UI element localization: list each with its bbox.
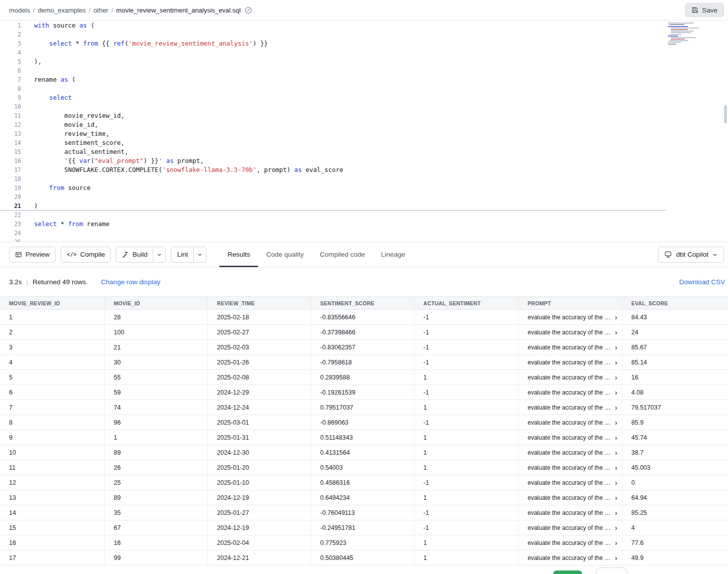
expand-row-icon[interactable]: › — [615, 554, 617, 562]
code-line[interactable]: 16 '{{ var("eval_prompt") }}' as prompt, — [0, 156, 728, 165]
breadcrumb-demo-examples[interactable]: demo_examples — [38, 7, 86, 14]
column-header-actual-sentiment[interactable]: ACTUAL_SENTIMENT — [414, 297, 519, 309]
expand-row-icon[interactable]: › — [615, 358, 617, 366]
code-line[interactable]: 1with source as ( — [0, 21, 728, 30]
line-number: 3 — [0, 39, 21, 48]
cell-review_time: 2025-03-01 — [208, 415, 311, 430]
expand-row-icon[interactable]: › — [615, 328, 617, 336]
expand-row-icon[interactable]: › — [615, 313, 617, 321]
cell-actual_sentiment: -1 — [414, 520, 519, 535]
expand-row-icon[interactable]: › — [615, 404, 617, 412]
tab-code-quality[interactable]: Code quality — [258, 242, 312, 267]
table-row[interactable]: 4302025-01-26-0.7958618-1evaluate the ac… — [0, 355, 728, 370]
expand-row-icon[interactable]: › — [615, 479, 617, 487]
line-number: 8 — [0, 84, 21, 93]
compile-button[interactable]: </> Compile — [61, 247, 111, 263]
expand-row-icon[interactable]: › — [615, 494, 617, 502]
code-line[interactable]: 10 — [0, 102, 728, 111]
table-row[interactable]: 6592024-12-29-0.19261539-1evaluate the a… — [0, 385, 728, 400]
file-edit-icon[interactable] — [245, 7, 252, 14]
code-line[interactable]: 12 movie_id, — [0, 120, 728, 129]
code-line[interactable]: 7rename as ( — [0, 75, 728, 84]
breadcrumb-models[interactable]: models — [9, 7, 30, 14]
change-row-display-link[interactable]: Change row display — [101, 278, 160, 286]
table-row[interactable]: 16162025-02-040.7759231evaluate the accu… — [0, 535, 728, 550]
code-line[interactable]: 21) — [0, 202, 728, 211]
expand-row-icon[interactable]: › — [615, 449, 617, 457]
table-row[interactable]: 13892024-12-190.64942341evaluate the acc… — [0, 490, 728, 505]
cell-prompt: evaluate the accuracy of the res...› — [519, 535, 622, 550]
expand-row-icon[interactable]: › — [615, 434, 617, 442]
table-row[interactable]: 10892024-12-300.41315641evaluate the acc… — [0, 445, 728, 460]
save-button[interactable]: Save — [685, 3, 724, 17]
column-header-sentiment-score[interactable]: SENTIMENT_SCORE — [311, 297, 414, 309]
table-row[interactable]: 21002025-02-27-0.37398466-1evaluate the … — [0, 325, 728, 340]
column-header-movie-id[interactable]: MOVIE_ID — [105, 297, 208, 309]
tab-results[interactable]: Results — [219, 242, 258, 267]
code-line[interactable]: 3 select * from {{ ref('movie_review_sen… — [0, 39, 728, 48]
expand-row-icon[interactable]: › — [615, 389, 617, 397]
tab-compiled-code[interactable]: Compiled code — [312, 242, 373, 267]
code-line[interactable]: 14 sentiment_score, — [0, 138, 728, 147]
table-row[interactable]: 12252025-01-100.4586316-1evaluate the ac… — [0, 475, 728, 490]
code-line[interactable]: 15 actual_sentiment, — [0, 147, 728, 156]
code-line[interactable]: 23select * from rename — [0, 220, 728, 229]
code-line[interactable]: 8 — [0, 84, 728, 93]
editor-scrollbar-thumb[interactable] — [724, 105, 727, 123]
minimap[interactable] — [668, 22, 718, 45]
column-header-review-time[interactable]: REVIEW_TIME — [208, 297, 311, 309]
expand-row-icon[interactable]: › — [615, 509, 617, 517]
expand-row-icon[interactable]: › — [615, 464, 617, 472]
build-dropdown-button[interactable] — [153, 247, 166, 263]
cell-actual_sentiment: -1 — [414, 385, 519, 400]
code-line[interactable]: 18 — [0, 174, 728, 183]
code-line[interactable]: 13 review_time, — [0, 129, 728, 138]
expand-row-icon[interactable]: › — [615, 419, 617, 427]
code-line[interactable]: 11 movie_review_id, — [0, 111, 728, 120]
expand-row-icon[interactable]: › — [615, 373, 617, 381]
hammer-icon — [122, 251, 129, 258]
table-row[interactable]: 11262025-01-200.540031evaluate the accur… — [0, 460, 728, 475]
code-line[interactable]: 2 — [0, 30, 728, 39]
code-line[interactable]: 25 — [0, 238, 728, 242]
table-row[interactable]: 14352025-01-27-0.76049113-1evaluate the … — [0, 505, 728, 520]
tab-lineage[interactable]: Lineage — [373, 242, 413, 267]
table-row[interactable]: 17992024-12-210.503804451evaluate the ac… — [0, 550, 728, 565]
table-row[interactable]: 3212025-02-03-0.83062357-1evaluate the a… — [0, 340, 728, 355]
expand-row-icon[interactable]: › — [615, 524, 617, 532]
expand-row-icon[interactable]: › — [615, 343, 617, 351]
code-line[interactable]: 22 — [0, 211, 728, 220]
bottom-partial-green-badge[interactable] — [553, 570, 582, 574]
table-row[interactable]: 15672024-12-19-0.24951781-1evaluate the … — [0, 520, 728, 535]
table-row[interactable]: 1282025-02-18-0.83556646-1evaluate the a… — [0, 310, 728, 325]
table-row[interactable]: 7742024-12-240.795170371evaluate the acc… — [0, 400, 728, 415]
code-line[interactable]: 19 from source — [0, 183, 728, 193]
code-line[interactable]: 6 — [0, 66, 728, 75]
table-row[interactable]: 8962025-03-01-0.869063-1evaluate the acc… — [0, 415, 728, 430]
lint-button[interactable]: Lint — [171, 247, 193, 263]
breadcrumb-current-file[interactable]: movie_review_sentiment_analysis_eval.sql — [116, 7, 241, 14]
table-row[interactable]: 912025-01-310.511483431evaluate the accu… — [0, 430, 728, 445]
code-line[interactable]: 9 select — [0, 93, 728, 102]
cell-sentiment_score: -0.37398466 — [311, 325, 414, 339]
column-header-movie-review-id[interactable]: MOVIE_REVIEW_ID — [0, 297, 105, 309]
breadcrumb-other[interactable]: other — [94, 7, 109, 14]
dbt-copilot-button[interactable]: dbt Copilot — [658, 247, 724, 263]
code-line[interactable]: 5), — [0, 57, 728, 66]
download-csv-link[interactable]: Download CSV — [679, 278, 725, 286]
cell-actual_sentiment: 1 — [414, 460, 519, 475]
lint-dropdown-button[interactable] — [193, 247, 206, 263]
code-line[interactable]: 17 SNOWFLAKE.CORTEX.COMPLETE('snowflake-… — [0, 165, 728, 174]
preview-button[interactable]: Preview — [9, 247, 56, 263]
build-button[interactable]: Build — [116, 247, 153, 263]
cell-movie_id: 21 — [105, 340, 208, 354]
code-line[interactable]: 20 — [0, 193, 728, 202]
bottom-partial-button[interactable] — [596, 567, 627, 574]
code-editor[interactable]: 1with source as (23 select * from {{ ref… — [0, 21, 728, 242]
code-line[interactable]: 24 — [0, 229, 728, 238]
table-row[interactable]: 5552025-02-080.28395881evaluate the accu… — [0, 370, 728, 385]
column-header-eval-score[interactable]: EVAL_SCORE — [622, 297, 728, 309]
expand-row-icon[interactable]: › — [615, 539, 617, 547]
column-header-prompt[interactable]: PROMPT — [519, 297, 622, 309]
code-line[interactable]: 4 — [0, 48, 728, 57]
